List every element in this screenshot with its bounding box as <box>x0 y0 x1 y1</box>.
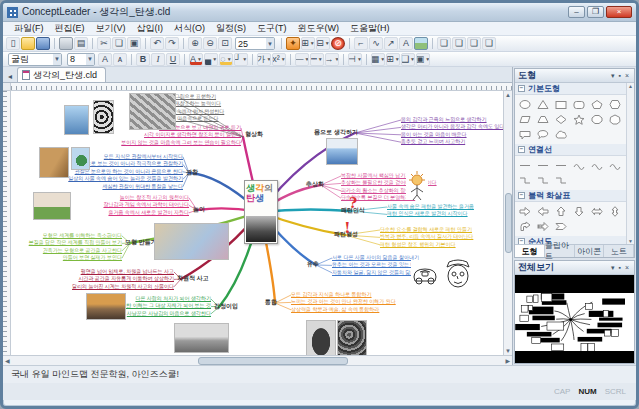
speech-bubble-shape-icon[interactable] <box>516 127 534 142</box>
chevron-down-icon[interactable]: ▼ <box>212 57 217 62</box>
sketch-sun-figure[interactable] <box>406 170 428 200</box>
chevron-down-icon[interactable]: ▼ <box>281 57 286 62</box>
zoom-in-button[interactable]: ⊕ <box>188 37 202 50</box>
image-sculpture-collage[interactable] <box>337 320 367 355</box>
copy-button[interactable]: ❏ <box>112 37 126 50</box>
shapes-scrollbar[interactable]: ▲▼ <box>626 83 634 244</box>
subtopic-text[interactable]: 사물 속에 숨은 패턴을 발견하는 즐거움 <box>387 203 474 210</box>
straight-connector-shape-icon[interactable] <box>552 158 570 173</box>
subtopic-text[interactable]: 생각은 머리가 아니라 몸짓과 감각 속에도 있다 <box>401 123 503 130</box>
left-arrow-shape-icon[interactable] <box>534 204 552 219</box>
grid-button[interactable]: ⊞▼ <box>386 53 400 66</box>
heptagon-shape-icon[interactable] <box>606 112 624 127</box>
subtopic-text[interactable]: 본질을 담은 작은 세계를 직접 만들어 보기 <box>29 239 122 246</box>
chevron-down-icon[interactable]: ▼ <box>53 54 61 65</box>
close-button[interactable]: × <box>606 6 632 18</box>
chevron-down-icon[interactable]: ▼ <box>410 57 415 62</box>
chevron-down-icon[interactable]: ▼ <box>425 57 430 62</box>
chevron-down-icon[interactable]: ▼ <box>86 54 94 65</box>
chevron-down-icon[interactable]: ▼ <box>380 57 385 62</box>
mindmap-canvas[interactable]: 관찰모든 지식은 관찰에서부터 시작된다수동적으로 보는 것이 아니라 적극적으… <box>11 91 503 355</box>
char-style-button[interactable]: 가▼ <box>257 53 271 66</box>
chevron-arrow-shape-icon[interactable] <box>552 219 570 234</box>
topic-label-tonghap[interactable]: 통합 <box>265 298 277 307</box>
curved-connector-shape-icon[interactable] <box>570 158 588 173</box>
subtopic-text[interactable]: 시간과 공간을 자유롭게 이동하며 상상하기 <box>78 275 174 282</box>
collapse-icon[interactable]: − <box>518 85 525 92</box>
right-arrow-shape-icon[interactable] <box>516 204 534 219</box>
horizontal-scroll-thumb[interactable] <box>198 357 348 365</box>
subtopic-text[interactable]: 달리의 늘어진 시계는 차원적 사고의 산물이다 <box>72 283 174 290</box>
subtopic-text[interactable]: 복잡한 사물에서 핵심만 남기기 <box>341 172 410 179</box>
subtopic-text[interactable]: 즐거움 속에서 새로운 발견이 자란다 <box>108 209 189 216</box>
scroll-left-icon[interactable]: ◀ <box>3 356 12 365</box>
triangle-shape-icon[interactable] <box>534 97 552 112</box>
subtopic-text[interactable]: 피카소의 황소는 추상화의 정수다 <box>341 187 415 194</box>
chevron-down-icon[interactable]: ▼ <box>227 57 232 62</box>
zoom-level-combo[interactable]: 25▼ <box>235 37 275 50</box>
chart-button[interactable]: ▦▼ <box>371 53 385 66</box>
topic-label-gwanchal[interactable]: 관찰 <box>186 168 198 177</box>
subtopic-text[interactable]: 단순한 요소를 결합해 새로운 패턴 만들기 <box>380 226 472 233</box>
vertical-scrollbar[interactable]: ▲ ▼ <box>503 91 512 355</box>
subtopic-text[interactable]: 반복과 변주, 리듬 속에서 질서가 태어난다 <box>380 233 473 240</box>
question-mark-symbol[interactable]: ? <box>349 195 357 211</box>
insert-image-button[interactable] <box>414 37 428 50</box>
menu-item-7[interactable]: 윈도우(W) <box>293 21 345 36</box>
topic-label-chusanghwa[interactable]: 추상화 <box>306 180 324 189</box>
grow-font-button[interactable]: A <box>98 53 112 66</box>
new-document-button[interactable]: ▯ <box>6 37 20 50</box>
subtopic-text[interactable]: 춤추듯 걷고 느끼며 사고하기 <box>401 138 465 145</box>
menu-item-4[interactable]: 서식(O) <box>169 21 210 36</box>
cloud-shape-icon[interactable] <box>552 127 570 142</box>
document-tab[interactable]: 생각의_탄생.cld <box>17 67 106 82</box>
down-arrow-shape-icon[interactable] <box>570 204 588 219</box>
topic-label-chawon-sago[interactable]: 차원적 사고 <box>177 274 209 283</box>
scroll-right-icon[interactable]: ▶ <box>503 356 512 365</box>
zoom-fit-button[interactable]: ⊡ <box>218 37 232 50</box>
ellipse-shape-icon[interactable] <box>516 97 534 112</box>
topic-label-gamjeong-iip[interactable]: 감정이입 <box>214 302 238 311</box>
tab-scroll-left-icon[interactable]: ◂ <box>5 72 15 82</box>
image-dog-agility[interactable] <box>39 147 69 178</box>
undo-button[interactable]: ↶ <box>150 37 164 50</box>
menu-item-5[interactable]: 일정(S) <box>211 21 251 36</box>
subtopic-text[interactable]: 다른 사람의 처지가 되어 생각하기 <box>135 295 211 302</box>
image-rollercoaster[interactable] <box>71 147 90 170</box>
topic-label-mohyeong[interactable]: 모형 만들기 <box>125 238 157 247</box>
sketch-car[interactable] <box>411 260 439 287</box>
arrow-style-button[interactable]: →▼ <box>325 53 339 66</box>
star-shape-icon[interactable] <box>570 112 588 127</box>
elbow-connector-shape-icon[interactable] <box>516 173 534 188</box>
font-name-combo[interactable]: 굴림▼ <box>8 53 62 66</box>
menu-item-0[interactable]: 파일(F) <box>9 21 49 36</box>
parallelogram-shape-icon[interactable] <box>516 112 534 127</box>
left-right-arrow-shape-icon[interactable] <box>588 204 606 219</box>
order-button[interactable]: ❑▼ <box>401 53 415 66</box>
subtopic-text[interactable]: 건축가는 모형으로 공간을 사고한다 <box>43 247 122 254</box>
curved-connector-shape-icon[interactable] <box>606 158 624 173</box>
shape-section-header[interactable]: −기본도형 <box>515 83 626 95</box>
dash-style-button[interactable]: ┅▼ <box>310 53 324 66</box>
subtopic-text[interactable]: 세심한 관찰이 위대한 통찰을 낳는다 <box>102 183 183 190</box>
shape-section-header[interactable]: −블럭 화살표 <box>515 190 626 202</box>
chevron-down-icon[interactable]: ▼ <box>310 41 315 46</box>
italic-button[interactable]: I <box>151 53 165 66</box>
sidebar-tab-노트[interactable]: 노트 <box>604 245 634 257</box>
subtopic-text[interactable]: 시각 이미지로 생각하면 창조의 문이 열린다 <box>144 131 241 138</box>
connector-tool-button[interactable]: ⌐ <box>354 37 368 50</box>
chevron-down-icon[interactable]: ▼ <box>318 57 323 62</box>
subtopic-text[interactable]: 모든 지식은 관찰에서부터 시작된다 <box>104 153 183 160</box>
font-color-button[interactable]: A▼ <box>189 53 203 66</box>
chevron-down-icon[interactable]: ▼ <box>395 57 400 62</box>
up-down-arrow-shape-icon[interactable] <box>606 204 624 219</box>
chevron-down-icon[interactable]: ▼ <box>242 57 247 62</box>
round-callout-shape-icon[interactable] <box>534 127 552 142</box>
subtopic-text[interactable]: 장난감과 게임 속에서 과학이 태어난다 <box>103 201 189 208</box>
elbow-connector-shape-icon[interactable] <box>534 173 552 188</box>
print-button[interactable] <box>59 37 73 50</box>
add-subtopic-button[interactable]: ⊟▼ <box>316 37 330 50</box>
image-sea-horizon[interactable] <box>326 138 358 165</box>
save-button[interactable] <box>36 37 50 50</box>
add-topic-button[interactable]: ⊞▼ <box>301 37 315 50</box>
